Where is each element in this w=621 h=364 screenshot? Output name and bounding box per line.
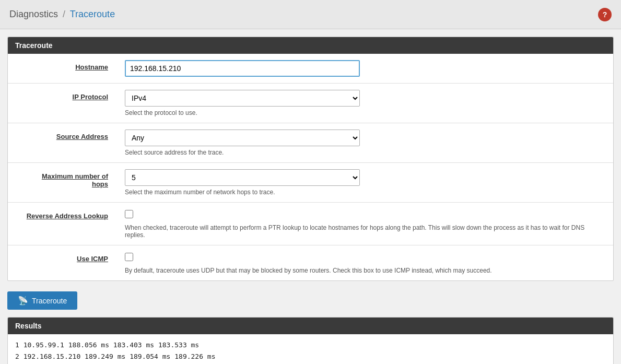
signal-icon: 📡 <box>18 296 28 306</box>
max-hops-hint: Select the maximum number of network hop… <box>125 189 606 196</box>
reverse-lookup-field-cell: When checked, traceroute will attempt to… <box>118 203 613 245</box>
breadcrumb-bar: Diagnostics / Traceroute ? <box>0 0 621 29</box>
source-address-hint: Select source address for the trace. <box>125 149 606 156</box>
max-hops-label: Maximum number of hops <box>8 163 118 203</box>
ip-protocol-hint: Select the protocol to use. <box>125 109 606 116</box>
ip-protocol-row: IP Protocol IPv4 IPv6 Select the protoco… <box>8 84 613 123</box>
reverse-lookup-row: Reverse Address Lookup When checked, tra… <box>8 203 613 245</box>
results-title: Results <box>8 318 613 334</box>
use-icmp-label: Use ICMP <box>8 245 118 281</box>
result-row-2: 2 192.168.15.210 189.249 ms 189.054 ms 1… <box>15 351 606 362</box>
breadcrumb-separator: / <box>63 9 65 19</box>
reverse-lookup-description: When checked, traceroute will attempt to… <box>125 224 595 239</box>
ip-protocol-field-cell: IPv4 IPv6 Select the protocol to use. <box>118 84 613 123</box>
use-icmp-row: Use ICMP By default, traceroute uses UDP… <box>8 245 613 281</box>
traceroute-button[interactable]: 📡 Traceroute <box>7 291 77 310</box>
max-hops-select[interactable]: 1 2 3 4 5 6 7 8 9 10 15 20 25 30 <box>125 169 360 186</box>
traceroute-button-label: Traceroute <box>32 297 67 305</box>
hostname-row: Hostname <box>8 54 613 84</box>
hostname-field-cell <box>118 54 613 84</box>
card-title: Traceroute <box>8 37 613 54</box>
use-icmp-checkbox[interactable] <box>125 253 133 261</box>
use-icmp-field-cell: By default, traceroute uses UDP but that… <box>118 245 613 281</box>
results-card: Results 1 10.95.99.1 188.056 ms 183.403 … <box>7 317 614 364</box>
source-address-field-cell: Any Select source address for the trace. <box>118 123 613 163</box>
source-address-row: Source Address Any Select source address… <box>8 123 613 163</box>
reverse-lookup-label: Reverse Address Lookup <box>8 203 118 245</box>
ip-protocol-label: IP Protocol <box>8 84 118 123</box>
ip-protocol-select[interactable]: IPv4 IPv6 <box>125 90 360 107</box>
breadcrumb-current: Traceroute <box>70 9 115 19</box>
form-table: Hostname IP Protocol IPv4 IPv6 Select th… <box>8 54 613 280</box>
breadcrumb-parent: Diagnostics <box>9 9 58 19</box>
use-icmp-description: By default, traceroute uses UDP but that… <box>125 267 595 274</box>
breadcrumb: Diagnostics / Traceroute <box>9 9 115 20</box>
reverse-lookup-checkbox[interactable] <box>125 210 133 218</box>
hostname-input[interactable] <box>125 60 360 77</box>
hostname-label: Hostname <box>8 54 118 84</box>
help-icon[interactable]: ? <box>598 8 612 21</box>
max-hops-row: Maximum number of hops 1 2 3 4 5 6 7 8 9 <box>8 163 613 203</box>
results-body: 1 10.95.99.1 188.056 ms 183.403 ms 183.5… <box>8 334 613 364</box>
max-hops-field-cell: 1 2 3 4 5 6 7 8 9 10 15 20 25 30 <box>118 163 613 203</box>
result-row-1: 1 10.95.99.1 188.056 ms 183.403 ms 183.5… <box>15 339 606 351</box>
traceroute-card: Traceroute Hostname IP Protocol IPv4 IPv… <box>7 37 614 281</box>
source-address-select[interactable]: Any <box>125 130 360 146</box>
page-wrapper: Diagnostics / Traceroute ? Traceroute Ho… <box>0 0 621 364</box>
source-address-label: Source Address <box>8 123 118 163</box>
